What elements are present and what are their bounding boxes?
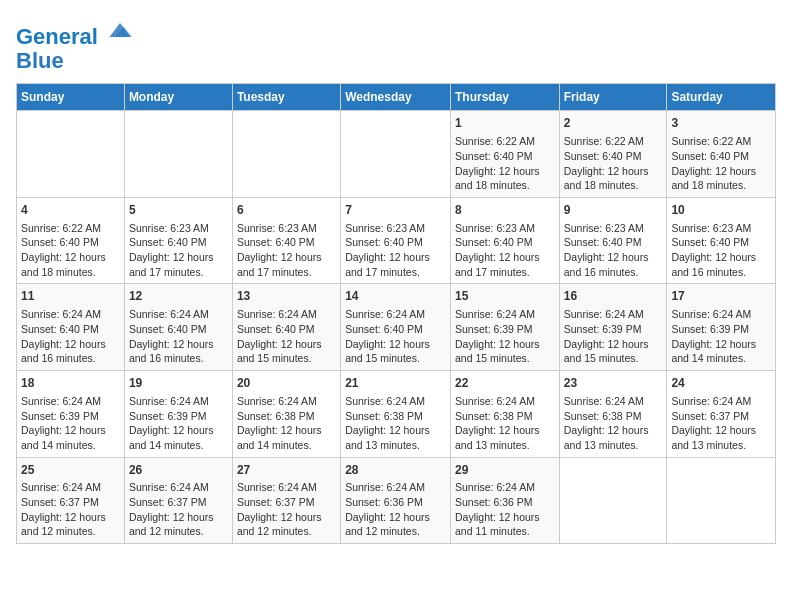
day-info: Sunrise: 6:24 AM Sunset: 6:39 PM Dayligh…: [129, 394, 228, 453]
day-number: 27: [237, 462, 336, 479]
logo-blue-text: Blue: [16, 49, 134, 73]
day-info: Sunrise: 6:24 AM Sunset: 6:36 PM Dayligh…: [345, 480, 446, 539]
day-header-tuesday: Tuesday: [232, 84, 340, 111]
day-header-thursday: Thursday: [450, 84, 559, 111]
logo: General Blue: [16, 16, 134, 73]
week-row-4: 18Sunrise: 6:24 AM Sunset: 6:39 PM Dayli…: [17, 371, 776, 458]
day-header-monday: Monday: [124, 84, 232, 111]
day-number: 12: [129, 288, 228, 305]
calendar-cell: 23Sunrise: 6:24 AM Sunset: 6:38 PM Dayli…: [559, 371, 667, 458]
day-info: Sunrise: 6:24 AM Sunset: 6:37 PM Dayligh…: [129, 480, 228, 539]
calendar-cell: 6Sunrise: 6:23 AM Sunset: 6:40 PM Daylig…: [232, 197, 340, 284]
day-number: 14: [345, 288, 446, 305]
logo-text: General: [16, 16, 134, 49]
day-number: 23: [564, 375, 663, 392]
day-number: 21: [345, 375, 446, 392]
day-info: Sunrise: 6:22 AM Sunset: 6:40 PM Dayligh…: [671, 134, 771, 193]
day-info: Sunrise: 6:24 AM Sunset: 6:36 PM Dayligh…: [455, 480, 555, 539]
calendar-cell: [232, 111, 340, 198]
calendar-cell: 13Sunrise: 6:24 AM Sunset: 6:40 PM Dayli…: [232, 284, 340, 371]
calendar-cell: 14Sunrise: 6:24 AM Sunset: 6:40 PM Dayli…: [341, 284, 451, 371]
day-number: 1: [455, 115, 555, 132]
day-number: 19: [129, 375, 228, 392]
calendar-cell: 29Sunrise: 6:24 AM Sunset: 6:36 PM Dayli…: [450, 457, 559, 544]
day-info: Sunrise: 6:24 AM Sunset: 6:37 PM Dayligh…: [671, 394, 771, 453]
calendar-cell: 28Sunrise: 6:24 AM Sunset: 6:36 PM Dayli…: [341, 457, 451, 544]
day-info: Sunrise: 6:24 AM Sunset: 6:39 PM Dayligh…: [21, 394, 120, 453]
page-header: General Blue: [16, 16, 776, 73]
calendar-cell: 3Sunrise: 6:22 AM Sunset: 6:40 PM Daylig…: [667, 111, 776, 198]
calendar-cell: 7Sunrise: 6:23 AM Sunset: 6:40 PM Daylig…: [341, 197, 451, 284]
day-number: 28: [345, 462, 446, 479]
calendar-cell: 22Sunrise: 6:24 AM Sunset: 6:38 PM Dayli…: [450, 371, 559, 458]
day-info: Sunrise: 6:23 AM Sunset: 6:40 PM Dayligh…: [564, 221, 663, 280]
day-info: Sunrise: 6:24 AM Sunset: 6:39 PM Dayligh…: [564, 307, 663, 366]
day-info: Sunrise: 6:22 AM Sunset: 6:40 PM Dayligh…: [455, 134, 555, 193]
calendar-cell: 18Sunrise: 6:24 AM Sunset: 6:39 PM Dayli…: [17, 371, 125, 458]
calendar-cell: 19Sunrise: 6:24 AM Sunset: 6:39 PM Dayli…: [124, 371, 232, 458]
calendar-cell: 27Sunrise: 6:24 AM Sunset: 6:37 PM Dayli…: [232, 457, 340, 544]
day-header-sunday: Sunday: [17, 84, 125, 111]
day-info: Sunrise: 6:23 AM Sunset: 6:40 PM Dayligh…: [455, 221, 555, 280]
calendar-cell: 4Sunrise: 6:22 AM Sunset: 6:40 PM Daylig…: [17, 197, 125, 284]
day-info: Sunrise: 6:22 AM Sunset: 6:40 PM Dayligh…: [21, 221, 120, 280]
day-info: Sunrise: 6:24 AM Sunset: 6:38 PM Dayligh…: [564, 394, 663, 453]
day-info: Sunrise: 6:24 AM Sunset: 6:39 PM Dayligh…: [671, 307, 771, 366]
day-info: Sunrise: 6:23 AM Sunset: 6:40 PM Dayligh…: [671, 221, 771, 280]
day-number: 3: [671, 115, 771, 132]
day-number: 26: [129, 462, 228, 479]
day-number: 10: [671, 202, 771, 219]
calendar-cell: 8Sunrise: 6:23 AM Sunset: 6:40 PM Daylig…: [450, 197, 559, 284]
day-number: 11: [21, 288, 120, 305]
day-info: Sunrise: 6:23 AM Sunset: 6:40 PM Dayligh…: [345, 221, 446, 280]
day-info: Sunrise: 6:24 AM Sunset: 6:40 PM Dayligh…: [345, 307, 446, 366]
day-number: 7: [345, 202, 446, 219]
day-info: Sunrise: 6:24 AM Sunset: 6:40 PM Dayligh…: [21, 307, 120, 366]
day-number: 6: [237, 202, 336, 219]
calendar-cell: [559, 457, 667, 544]
calendar-cell: 25Sunrise: 6:24 AM Sunset: 6:37 PM Dayli…: [17, 457, 125, 544]
day-number: 4: [21, 202, 120, 219]
day-info: Sunrise: 6:24 AM Sunset: 6:37 PM Dayligh…: [237, 480, 336, 539]
calendar-cell: 16Sunrise: 6:24 AM Sunset: 6:39 PM Dayli…: [559, 284, 667, 371]
header-row: SundayMondayTuesdayWednesdayThursdayFrid…: [17, 84, 776, 111]
calendar-cell: [667, 457, 776, 544]
day-number: 22: [455, 375, 555, 392]
day-info: Sunrise: 6:24 AM Sunset: 6:38 PM Dayligh…: [237, 394, 336, 453]
day-info: Sunrise: 6:24 AM Sunset: 6:38 PM Dayligh…: [455, 394, 555, 453]
calendar-cell: 21Sunrise: 6:24 AM Sunset: 6:38 PM Dayli…: [341, 371, 451, 458]
day-number: 15: [455, 288, 555, 305]
day-info: Sunrise: 6:22 AM Sunset: 6:40 PM Dayligh…: [564, 134, 663, 193]
calendar-cell: [17, 111, 125, 198]
day-info: Sunrise: 6:24 AM Sunset: 6:40 PM Dayligh…: [237, 307, 336, 366]
day-number: 18: [21, 375, 120, 392]
calendar-cell: 26Sunrise: 6:24 AM Sunset: 6:37 PM Dayli…: [124, 457, 232, 544]
day-number: 16: [564, 288, 663, 305]
calendar-cell: 1Sunrise: 6:22 AM Sunset: 6:40 PM Daylig…: [450, 111, 559, 198]
week-row-1: 1Sunrise: 6:22 AM Sunset: 6:40 PM Daylig…: [17, 111, 776, 198]
calendar-cell: [124, 111, 232, 198]
day-number: 2: [564, 115, 663, 132]
day-info: Sunrise: 6:23 AM Sunset: 6:40 PM Dayligh…: [237, 221, 336, 280]
calendar-cell: 11Sunrise: 6:24 AM Sunset: 6:40 PM Dayli…: [17, 284, 125, 371]
logo-icon: [106, 16, 134, 44]
day-header-friday: Friday: [559, 84, 667, 111]
day-number: 29: [455, 462, 555, 479]
calendar-cell: 12Sunrise: 6:24 AM Sunset: 6:40 PM Dayli…: [124, 284, 232, 371]
day-number: 25: [21, 462, 120, 479]
calendar-cell: 17Sunrise: 6:24 AM Sunset: 6:39 PM Dayli…: [667, 284, 776, 371]
day-header-saturday: Saturday: [667, 84, 776, 111]
day-info: Sunrise: 6:23 AM Sunset: 6:40 PM Dayligh…: [129, 221, 228, 280]
calendar-cell: 5Sunrise: 6:23 AM Sunset: 6:40 PM Daylig…: [124, 197, 232, 284]
calendar-cell: 9Sunrise: 6:23 AM Sunset: 6:40 PM Daylig…: [559, 197, 667, 284]
calendar-cell: [341, 111, 451, 198]
day-number: 17: [671, 288, 771, 305]
calendar-cell: 24Sunrise: 6:24 AM Sunset: 6:37 PM Dayli…: [667, 371, 776, 458]
day-number: 20: [237, 375, 336, 392]
day-info: Sunrise: 6:24 AM Sunset: 6:39 PM Dayligh…: [455, 307, 555, 366]
day-number: 24: [671, 375, 771, 392]
day-info: Sunrise: 6:24 AM Sunset: 6:38 PM Dayligh…: [345, 394, 446, 453]
week-row-3: 11Sunrise: 6:24 AM Sunset: 6:40 PM Dayli…: [17, 284, 776, 371]
calendar-body: 1Sunrise: 6:22 AM Sunset: 6:40 PM Daylig…: [17, 111, 776, 544]
day-number: 5: [129, 202, 228, 219]
